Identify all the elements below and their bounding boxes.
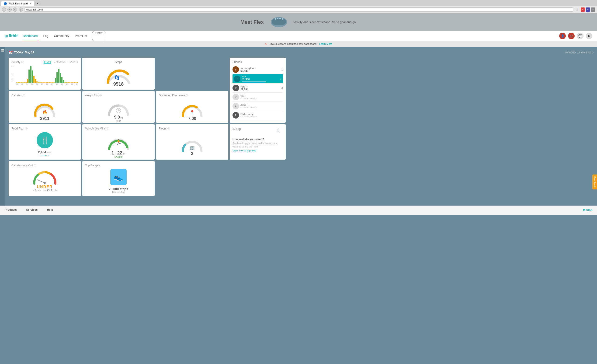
steps-arc-svg: 👣	[103, 65, 134, 84]
forward-button[interactable]: ›	[8, 8, 12, 12]
calvo-in: 0	[35, 189, 36, 191]
nav-dashboard[interactable]: Dashboard	[22, 31, 38, 41]
new-tab-button[interactable]: +	[35, 2, 40, 5]
vam-label: Very Active Mins	[85, 127, 106, 130]
friend-item-3[interactable]: P Pete I. 27,784 3	[233, 84, 283, 93]
today-bar: 📅 TODAY May 27 SYNCED: 17 MINS AGO	[9, 49, 594, 56]
tab-close-button[interactable]: ✕	[30, 2, 31, 5]
food-to-eat-label: TO EAT	[11, 154, 78, 157]
distance-info-icon[interactable]: ⓘ	[186, 94, 189, 97]
calvo-arc-svg	[32, 168, 58, 185]
svg-point-2	[275, 18, 276, 20]
sleep-question: How well do you sleep?	[233, 138, 283, 141]
weight-value-container: 9.9kg to go	[114, 115, 123, 122]
badge-sub: Best in A Day	[85, 191, 152, 193]
tab-calories[interactable]: CALORIES	[54, 60, 66, 64]
feedback-label: Feedback	[593, 176, 596, 188]
distance-value: 7.00	[188, 116, 196, 121]
footer-products: Products	[5, 208, 17, 212]
friend-steps-1: 69,182	[240, 70, 278, 72]
friend-avatar-5: A	[233, 103, 239, 110]
weight-info-icon[interactable]: ⓘ	[99, 94, 102, 97]
nav-premium[interactable]: Premium	[74, 31, 87, 41]
friend-item-6[interactable]: P Philkennedy No recent activity	[233, 111, 283, 120]
browser-tabs: 🔵 Fitbit Dashboard ✕ +	[0, 0, 597, 6]
sidebar-toggle-button[interactable]: ☰	[0, 47, 5, 206]
chart-y-bot: 0k	[11, 79, 13, 81]
nav-store[interactable]: STORE	[92, 31, 106, 41]
extension-icon-1[interactable]: F	[581, 8, 585, 12]
footer-help: Help	[47, 208, 53, 212]
home-button[interactable]: ⌂	[19, 8, 23, 12]
floors-label: Floors	[159, 127, 166, 130]
calories-arc-svg: 🔥	[33, 102, 56, 117]
notif-text: Have questions about the new dashboard?	[269, 42, 317, 45]
cart-icon[interactable]: 🛒	[568, 33, 575, 39]
calvo-label: Calories In v. Out	[11, 164, 33, 167]
steps-gauge-container: 👣 9518	[103, 65, 134, 87]
food-plan-card: Food Plan ⓘ 🍴 2,454 cals TO EAT	[9, 124, 81, 160]
svg-line-13	[37, 180, 45, 183]
nav-icons: 👤 🛒 💬 ⚙	[559, 33, 592, 39]
footer-logo-icon: ⊞	[583, 209, 585, 212]
activity-info-icon[interactable]: ⓘ	[21, 60, 24, 64]
notif-learn-more-link[interactable]: Learn More	[319, 42, 332, 45]
synced-text: SYNCED: 17 MINS AGO	[565, 51, 594, 54]
friend-item-4[interactable]: V VBC No recent activity	[233, 93, 283, 102]
fitbit-logo[interactable]: ⊞ fitbit	[5, 34, 18, 39]
back-button[interactable]: ‹	[2, 8, 6, 12]
feedback-tab[interactable]: Feedback	[592, 174, 597, 190]
friend-info-6: Philkennedy No recent activity	[240, 113, 283, 118]
vam-gauge-container: 🏃 1 h 22 m Champ!	[85, 132, 152, 160]
food-plan-info-icon[interactable]: ⓘ	[25, 127, 28, 130]
activity-tabs: STEPS CALORIES FLOORS	[44, 60, 78, 64]
food-plan-card-title: Food Plan ⓘ	[11, 127, 78, 130]
vam-value-container: 1 h 22 m	[111, 150, 126, 156]
sleep-log-link[interactable]: Learn how to log sleep	[233, 149, 283, 152]
user-avatar[interactable]: 👤	[559, 33, 566, 39]
svg-point-3	[277, 18, 278, 19]
calendar-icon: 📅	[9, 51, 13, 54]
badges-card-title: Top Badges	[85, 164, 152, 167]
chat-icon[interactable]: 💬	[577, 33, 583, 39]
friend-item-5[interactable]: A Alicia P. No recent activity	[233, 102, 283, 111]
device-image	[268, 16, 289, 28]
friend-name-1: simonesplace	[240, 67, 278, 70]
main-wrapper: ☰ 📅 TODAY May 27 SYNCED: 17 MINS AGO Act…	[0, 47, 597, 206]
friend-rank-you: 2	[278, 77, 282, 80]
footer-logo: ⊞ fitbit	[583, 208, 592, 212]
nav-community[interactable]: Community	[53, 31, 70, 41]
dashboard-content: 📅 TODAY May 27 SYNCED: 17 MINS AGO Activ…	[5, 47, 597, 206]
badges-label: Top Badges	[85, 164, 100, 167]
friend-info-1: simonesplace 69,182	[240, 67, 278, 72]
tab-floors[interactable]: FLOORS	[69, 60, 78, 64]
reload-button[interactable]: ↻	[13, 8, 17, 12]
friend-avatar-4: V	[233, 94, 239, 100]
badges-card: Top Badges 👟 20,000 steps Best in A Day	[82, 161, 155, 196]
floors-info-icon[interactable]: ⓘ	[167, 127, 170, 130]
footer-help-heading: Help	[47, 208, 53, 211]
meet-flex-banner: Meet Flex Activity and sleep wristband. …	[0, 13, 597, 31]
vam-info-icon[interactable]: ⓘ	[107, 127, 109, 130]
friend-item-you[interactable]: Y You 51,960 2	[233, 74, 283, 84]
friend-item-1[interactable]: S simonesplace 69,182 1	[233, 65, 283, 74]
today-label: 📅 TODAY May 27	[9, 51, 34, 54]
extension-icon-3[interactable]: ≡	[591, 8, 595, 12]
weight-arc-svg	[107, 101, 130, 116]
url-bar[interactable]: www.fitbit.com	[24, 8, 573, 12]
active-tab[interactable]: 🔵 Fitbit Dashboard ✕	[1, 1, 34, 6]
tab-steps[interactable]: STEPS	[44, 60, 51, 64]
run-icon: 🏃	[115, 139, 122, 145]
bookmark-icon[interactable]: ☆	[575, 8, 578, 11]
svg-point-14	[44, 182, 46, 184]
floors-value: 2	[191, 151, 193, 156]
activity-label: Activity	[11, 60, 20, 64]
floors-card-title: Floors ⓘ	[159, 127, 226, 130]
calories-info-icon[interactable]: ⓘ	[23, 94, 25, 97]
settings-icon[interactable]: ⚙	[586, 33, 592, 39]
calvo-info-icon[interactable]: ⓘ	[34, 164, 36, 167]
friends-card-title: Friends	[233, 60, 283, 64]
nav-log[interactable]: Log	[43, 31, 49, 41]
steps-label: Steps	[115, 60, 122, 64]
extension-icon-2[interactable]: +	[586, 8, 590, 12]
